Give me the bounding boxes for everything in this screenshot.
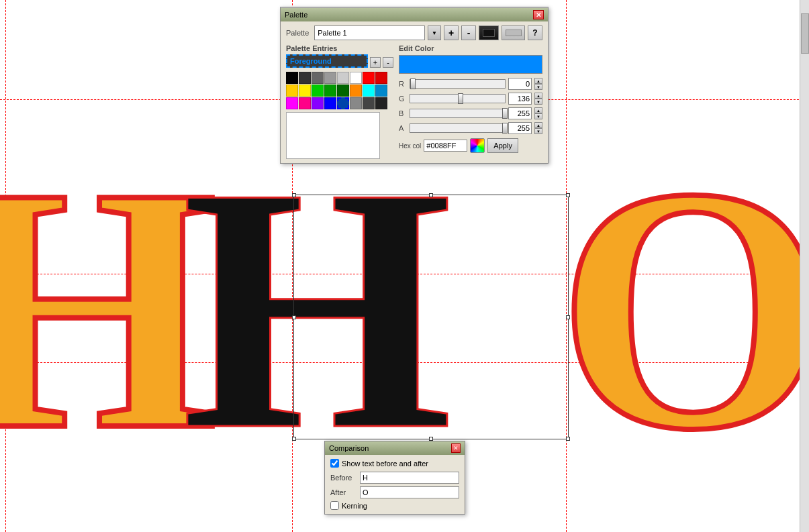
swatch-7[interactable] [375, 72, 387, 84]
swatch-0[interactable] [286, 72, 298, 84]
palette-remove-btn[interactable]: - [461, 25, 476, 40]
swatch-16[interactable] [286, 97, 298, 109]
palette-dropdown[interactable]: Palette 1 [314, 25, 425, 40]
channel-a-value[interactable]: 255 [508, 122, 532, 134]
palette-dark-icon-btn[interactable] [479, 25, 499, 40]
channel-g-value[interactable]: 136 [508, 93, 532, 105]
swatch-6[interactable] [363, 72, 375, 84]
show-checkbox-row: Show text before and after [330, 459, 459, 468]
letter-h-middle: H [181, 134, 453, 483]
swatch-3[interactable] [324, 72, 336, 84]
palette-rect-icon-btn[interactable] [502, 25, 525, 40]
channel-g-thumb[interactable] [458, 93, 463, 104]
palette-name-label: Palette [286, 29, 309, 37]
palette-main: Palette Entries Foreground + - [286, 44, 542, 159]
channel-b-up[interactable]: ▲ [534, 107, 542, 113]
swatch-15[interactable] [375, 85, 387, 97]
swatch-19[interactable] [324, 97, 336, 109]
palette-add-btn[interactable]: + [444, 25, 459, 40]
channel-b-row: B 255 ▲ ▼ [399, 107, 542, 119]
swatch-21[interactable] [350, 97, 362, 109]
channel-g-label: G [399, 95, 407, 103]
color-grid [286, 72, 393, 109]
swatch-1[interactable] [299, 72, 311, 84]
comparison-body: Show text before and after Before After … [325, 455, 465, 514]
channel-a-label: A [399, 124, 407, 132]
comparison-dialog: Comparison ✕ Show text before and after … [324, 441, 465, 515]
channel-b-value[interactable]: 255 [508, 107, 532, 119]
hex-label: Hex col [399, 142, 421, 150]
palette-help-btn[interactable]: ? [528, 25, 542, 40]
show-checkbox[interactable] [330, 459, 339, 468]
channel-a-up[interactable]: ▲ [534, 122, 542, 128]
foreground-label: Foreground [290, 57, 332, 65]
kerning-row: Kerning [330, 501, 459, 510]
channel-a-down[interactable]: ▼ [534, 128, 542, 134]
swatch-23[interactable] [375, 97, 387, 109]
swatch-9[interactable] [299, 85, 311, 97]
swatch-11[interactable] [324, 85, 336, 97]
palette-title: Palette [285, 11, 307, 19]
swatch-2[interactable] [312, 72, 324, 84]
color-wheel-btn[interactable] [470, 138, 485, 153]
channel-g-up[interactable]: ▲ [534, 93, 542, 99]
channel-b-thumb[interactable] [502, 108, 508, 119]
swatch-20-selected[interactable] [337, 97, 349, 109]
channel-g-spin: ▲ ▼ [534, 93, 542, 105]
swatch-12[interactable] [337, 85, 349, 97]
comparison-title: Comparison [329, 444, 369, 452]
swatch-5[interactable] [350, 72, 362, 84]
palette-dropdown-arrow[interactable]: ▼ [428, 25, 441, 40]
swatch-22[interactable] [363, 97, 375, 109]
channel-r-down[interactable]: ▼ [534, 84, 542, 90]
swatch-10[interactable] [312, 85, 324, 97]
palette-body: Palette Palette 1 ▼ + - ? Palette Entrie… [281, 21, 548, 163]
channel-b-spin: ▲ ▼ [534, 107, 542, 119]
show-checkbox-label: Show text before and after [342, 460, 428, 468]
palette-dialog: Palette ✕ Palette Palette 1 ▼ + - ? Pale… [280, 7, 549, 164]
swatch-add-btn[interactable]: + [370, 57, 381, 68]
channel-r-spin: ▲ ▼ [534, 78, 542, 90]
before-label: Before [330, 474, 357, 482]
hex-input[interactable] [424, 140, 467, 152]
channel-a-row: A 255 ▲ ▼ [399, 122, 542, 134]
scrollbar-right[interactable] [800, 0, 809, 532]
before-row: Before [330, 472, 459, 484]
after-label: After [330, 488, 357, 496]
swatch-remove-btn[interactable]: - [383, 57, 393, 68]
color-preview-bar [399, 55, 542, 74]
swatch-14[interactable] [363, 85, 375, 97]
swatch-13[interactable] [350, 85, 362, 97]
channel-g-down[interactable]: ▼ [534, 99, 542, 105]
channel-g-slider[interactable] [410, 94, 506, 103]
channel-b-slider[interactable] [410, 109, 506, 118]
edit-color-section: Edit Color R 0 ▲ ▼ [399, 44, 542, 159]
swatch-8[interactable] [286, 85, 298, 97]
channel-r-value[interactable]: 0 [508, 78, 532, 90]
channel-a-thumb[interactable] [502, 123, 508, 134]
swatch-18[interactable] [312, 97, 324, 109]
channel-r-slider[interactable] [410, 79, 506, 89]
foreground-bar[interactable]: Foreground [286, 54, 368, 68]
hex-row: Hex col Apply [399, 138, 542, 153]
comparison-close-btn[interactable]: ✕ [451, 443, 461, 453]
scrollbar-thumb[interactable] [801, 13, 809, 54]
channel-r-thumb[interactable] [410, 78, 416, 89]
apply-btn[interactable]: Apply [487, 138, 518, 153]
channel-b-down[interactable]: ▼ [534, 113, 542, 119]
swatch-4[interactable] [337, 72, 349, 84]
channel-r-up[interactable]: ▲ [534, 78, 542, 84]
swatch-17[interactable] [299, 97, 311, 109]
channel-a-spin: ▲ ▼ [534, 122, 542, 134]
palette-preview [286, 112, 380, 159]
before-input[interactable] [360, 472, 459, 484]
kerning-label: Kerning [342, 502, 367, 510]
kerning-checkbox[interactable] [330, 501, 339, 510]
palette-close-btn[interactable]: ✕ [533, 10, 544, 19]
palette-entries-section: Palette Entries Foreground + - [286, 44, 393, 159]
channel-g-row: G 136 ▲ ▼ [399, 93, 542, 105]
channel-a-slider[interactable] [410, 123, 506, 133]
channel-r-row: R 0 ▲ ▼ [399, 78, 542, 90]
palette-titlebar: Palette ✕ [281, 8, 548, 21]
after-input[interactable] [360, 486, 459, 498]
